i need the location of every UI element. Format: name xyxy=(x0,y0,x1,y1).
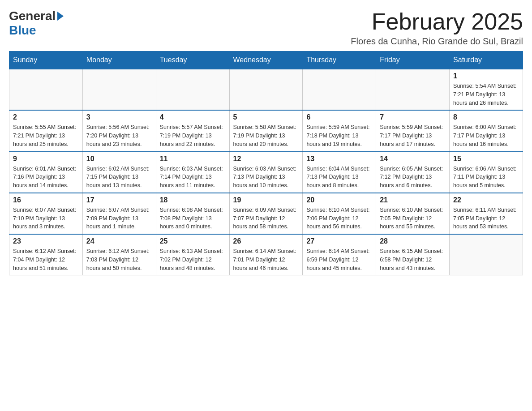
day-number: 5 xyxy=(233,113,299,121)
calendar-cell: 9Sunrise: 6:01 AM Sunset: 7:16 PM Daylig… xyxy=(9,152,83,193)
calendar-cell: 3Sunrise: 5:56 AM Sunset: 7:20 PM Daylig… xyxy=(82,110,156,151)
day-number: 2 xyxy=(13,113,79,121)
day-number: 28 xyxy=(380,237,446,245)
day-number: 15 xyxy=(453,155,519,163)
calendar-cell: 27Sunrise: 6:14 AM Sunset: 6:59 PM Dayli… xyxy=(303,234,376,275)
calendar-cell: 11Sunrise: 6:03 AM Sunset: 7:14 PM Dayli… xyxy=(156,152,229,193)
day-info: Sunrise: 6:10 AM Sunset: 7:06 PM Dayligh… xyxy=(306,206,372,231)
calendar-cell xyxy=(9,69,83,110)
calendar-week-row: 2Sunrise: 5:55 AM Sunset: 7:21 PM Daylig… xyxy=(9,110,523,151)
day-info: Sunrise: 6:14 AM Sunset: 7:01 PM Dayligh… xyxy=(233,247,299,272)
day-info: Sunrise: 5:59 AM Sunset: 7:17 PM Dayligh… xyxy=(380,123,446,148)
header-sunday: Sunday xyxy=(9,51,83,69)
calendar-cell xyxy=(229,69,303,110)
day-info: Sunrise: 5:54 AM Sunset: 7:21 PM Dayligh… xyxy=(453,82,519,107)
calendar-cell: 7Sunrise: 5:59 AM Sunset: 7:17 PM Daylig… xyxy=(376,110,450,151)
day-info: Sunrise: 6:01 AM Sunset: 7:16 PM Dayligh… xyxy=(13,165,79,190)
calendar-cell: 28Sunrise: 6:15 AM Sunset: 6:58 PM Dayli… xyxy=(376,234,450,275)
day-number: 13 xyxy=(306,155,372,163)
day-info: Sunrise: 6:03 AM Sunset: 7:14 PM Dayligh… xyxy=(160,165,226,190)
day-number: 6 xyxy=(306,113,372,121)
day-number: 17 xyxy=(86,196,152,204)
day-number: 14 xyxy=(380,155,446,163)
header-monday: Monday xyxy=(82,51,156,69)
day-info: Sunrise: 5:55 AM Sunset: 7:21 PM Dayligh… xyxy=(13,123,79,148)
header-thursday: Thursday xyxy=(303,51,376,69)
day-number: 12 xyxy=(233,155,299,163)
day-number: 3 xyxy=(86,113,152,121)
day-number: 20 xyxy=(306,196,372,204)
calendar-cell: 14Sunrise: 6:05 AM Sunset: 7:12 PM Dayli… xyxy=(376,152,450,193)
calendar-cell: 19Sunrise: 6:09 AM Sunset: 7:07 PM Dayli… xyxy=(229,193,303,234)
calendar-cell: 18Sunrise: 6:08 AM Sunset: 7:08 PM Dayli… xyxy=(156,193,229,234)
month-title: February 2025 xyxy=(351,9,523,34)
day-info: Sunrise: 6:15 AM Sunset: 6:58 PM Dayligh… xyxy=(380,247,446,272)
day-number: 21 xyxy=(380,196,446,204)
calendar-header-row: Sunday Monday Tuesday Wednesday Thursday… xyxy=(9,51,523,69)
day-info: Sunrise: 6:08 AM Sunset: 7:08 PM Dayligh… xyxy=(160,206,226,231)
day-number: 25 xyxy=(160,237,226,245)
calendar-cell: 23Sunrise: 6:12 AM Sunset: 7:04 PM Dayli… xyxy=(9,234,83,275)
day-number: 11 xyxy=(160,155,226,163)
page-header: General Blue February 2025 Flores da Cun… xyxy=(9,9,523,47)
day-info: Sunrise: 5:56 AM Sunset: 7:20 PM Dayligh… xyxy=(86,123,152,148)
day-info: Sunrise: 5:59 AM Sunset: 7:18 PM Dayligh… xyxy=(306,123,372,148)
day-info: Sunrise: 6:12 AM Sunset: 7:04 PM Dayligh… xyxy=(13,247,79,272)
calendar-cell: 15Sunrise: 6:06 AM Sunset: 7:11 PM Dayli… xyxy=(450,152,523,193)
day-number: 7 xyxy=(380,113,446,121)
calendar-cell: 22Sunrise: 6:11 AM Sunset: 7:05 PM Dayli… xyxy=(450,193,523,234)
calendar-cell: 10Sunrise: 6:02 AM Sunset: 7:15 PM Dayli… xyxy=(82,152,156,193)
header-wednesday: Wednesday xyxy=(229,51,303,69)
day-info: Sunrise: 5:57 AM Sunset: 7:19 PM Dayligh… xyxy=(160,123,226,148)
day-info: Sunrise: 6:03 AM Sunset: 7:13 PM Dayligh… xyxy=(233,165,299,190)
calendar-cell: 17Sunrise: 6:07 AM Sunset: 7:09 PM Dayli… xyxy=(82,193,156,234)
calendar-cell xyxy=(303,69,376,110)
day-number: 9 xyxy=(13,155,79,163)
calendar-cell xyxy=(450,234,523,275)
day-info: Sunrise: 6:13 AM Sunset: 7:02 PM Dayligh… xyxy=(160,247,226,272)
header-friday: Friday xyxy=(376,51,450,69)
calendar-cell: 20Sunrise: 6:10 AM Sunset: 7:06 PM Dayli… xyxy=(303,193,376,234)
calendar-cell: 1Sunrise: 5:54 AM Sunset: 7:21 PM Daylig… xyxy=(450,69,523,110)
calendar-week-row: 23Sunrise: 6:12 AM Sunset: 7:04 PM Dayli… xyxy=(9,234,523,275)
calendar-week-row: 1Sunrise: 5:54 AM Sunset: 7:21 PM Daylig… xyxy=(9,69,523,110)
calendar: Sunday Monday Tuesday Wednesday Thursday… xyxy=(9,51,523,275)
calendar-cell: 25Sunrise: 6:13 AM Sunset: 7:02 PM Dayli… xyxy=(156,234,229,275)
calendar-cell: 6Sunrise: 5:59 AM Sunset: 7:18 PM Daylig… xyxy=(303,110,376,151)
day-info: Sunrise: 6:07 AM Sunset: 7:10 PM Dayligh… xyxy=(13,206,79,231)
day-info: Sunrise: 6:12 AM Sunset: 7:03 PM Dayligh… xyxy=(86,247,152,272)
header-tuesday: Tuesday xyxy=(156,51,229,69)
day-number: 23 xyxy=(13,237,79,245)
day-number: 19 xyxy=(233,196,299,204)
day-number: 24 xyxy=(86,237,152,245)
header-saturday: Saturday xyxy=(450,51,523,69)
day-info: Sunrise: 6:00 AM Sunset: 7:17 PM Dayligh… xyxy=(453,123,519,148)
calendar-week-row: 16Sunrise: 6:07 AM Sunset: 7:10 PM Dayli… xyxy=(9,193,523,234)
day-info: Sunrise: 6:10 AM Sunset: 7:05 PM Dayligh… xyxy=(380,206,446,231)
calendar-cell: 5Sunrise: 5:58 AM Sunset: 7:19 PM Daylig… xyxy=(229,110,303,151)
calendar-cell xyxy=(82,69,156,110)
calendar-cell: 26Sunrise: 6:14 AM Sunset: 7:01 PM Dayli… xyxy=(229,234,303,275)
calendar-cell: 16Sunrise: 6:07 AM Sunset: 7:10 PM Dayli… xyxy=(9,193,83,234)
calendar-cell xyxy=(376,69,450,110)
day-info: Sunrise: 6:02 AM Sunset: 7:15 PM Dayligh… xyxy=(86,165,152,190)
day-info: Sunrise: 6:14 AM Sunset: 6:59 PM Dayligh… xyxy=(306,247,372,272)
day-info: Sunrise: 6:11 AM Sunset: 7:05 PM Dayligh… xyxy=(453,206,519,231)
calendar-cell: 12Sunrise: 6:03 AM Sunset: 7:13 PM Dayli… xyxy=(229,152,303,193)
title-section: February 2025 Flores da Cunha, Rio Grand… xyxy=(351,9,523,47)
day-info: Sunrise: 6:06 AM Sunset: 7:11 PM Dayligh… xyxy=(453,165,519,190)
logo-general: General xyxy=(9,9,64,23)
logo: General Blue xyxy=(9,9,64,38)
day-info: Sunrise: 5:58 AM Sunset: 7:19 PM Dayligh… xyxy=(233,123,299,148)
calendar-cell: 2Sunrise: 5:55 AM Sunset: 7:21 PM Daylig… xyxy=(9,110,83,151)
calendar-cell: 8Sunrise: 6:00 AM Sunset: 7:17 PM Daylig… xyxy=(450,110,523,151)
day-number: 1 xyxy=(453,72,519,80)
day-number: 16 xyxy=(13,196,79,204)
day-number: 27 xyxy=(306,237,372,245)
day-info: Sunrise: 6:05 AM Sunset: 7:12 PM Dayligh… xyxy=(380,165,446,190)
logo-blue-text: Blue xyxy=(9,23,36,38)
day-number: 8 xyxy=(453,113,519,121)
calendar-cell: 13Sunrise: 6:04 AM Sunset: 7:13 PM Dayli… xyxy=(303,152,376,193)
calendar-week-row: 9Sunrise: 6:01 AM Sunset: 7:16 PM Daylig… xyxy=(9,152,523,193)
calendar-cell xyxy=(156,69,229,110)
